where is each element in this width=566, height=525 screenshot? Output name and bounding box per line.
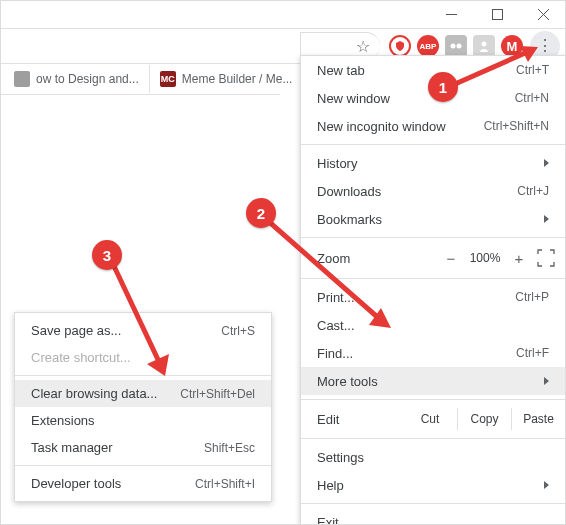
submenu-arrow-icon (544, 481, 549, 489)
menu-label: Exit (317, 515, 339, 526)
menu-downloads[interactable]: Downloads Ctrl+J (301, 177, 565, 205)
window-close-button[interactable] (520, 0, 566, 28)
menu-edit-row: Edit Cut Copy Paste (301, 404, 565, 434)
submenu-task-manager[interactable]: Task manager Shift+Esc (15, 434, 271, 461)
chrome-main-menu: New tab Ctrl+T New window Ctrl+N New inc… (300, 55, 566, 525)
submenu-arrow-icon (544, 215, 549, 223)
svg-point-4 (451, 44, 456, 49)
menu-shortcut: Ctrl+J (517, 184, 549, 198)
profile-initial: M (507, 39, 518, 54)
menu-print[interactable]: Print... Ctrl+P (301, 283, 565, 311)
menu-shortcut: Ctrl+F (516, 346, 549, 360)
submenu-extensions[interactable]: Extensions (15, 407, 271, 434)
svg-point-6 (482, 42, 487, 47)
menu-exit[interactable]: Exit (301, 508, 565, 525)
menu-label: Developer tools (31, 476, 121, 491)
menu-label: New tab (317, 63, 365, 78)
tab-strip: ow to Design and... MC Meme Builder / Me… (0, 64, 303, 94)
menu-shortcut: Ctrl+S (221, 324, 255, 338)
submenu-arrow-icon (544, 159, 549, 167)
menu-label: Find... (317, 346, 353, 361)
zoom-in-button[interactable]: + (507, 250, 531, 267)
window-minimize-button[interactable] (428, 0, 474, 28)
menu-label: Bookmarks (317, 212, 382, 227)
menu-zoom-row: Zoom − 100% + (301, 242, 565, 274)
menu-shortcut: Ctrl+Shift+Del (180, 387, 255, 401)
submenu-clear-browsing-data[interactable]: Clear browsing data... Ctrl+Shift+Del (15, 380, 271, 407)
menu-more-tools[interactable]: More tools (301, 367, 565, 395)
menu-find[interactable]: Find... Ctrl+F (301, 339, 565, 367)
profile-avatar[interactable]: M (501, 35, 523, 57)
favicon-icon (14, 71, 30, 87)
menu-separator (301, 144, 565, 145)
menu-label: History (317, 156, 357, 171)
menu-shortcut: Ctrl+Shift+I (195, 477, 255, 491)
extension-adblock-icon[interactable]: ABP (417, 35, 439, 57)
menu-shortcut: Shift+Esc (204, 441, 255, 455)
fullscreen-icon[interactable] (537, 249, 555, 267)
more-tools-submenu: Save page as... Ctrl+S Create shortcut..… (14, 312, 272, 502)
menu-label: Print... (317, 290, 355, 305)
menu-label: More tools (317, 374, 378, 389)
submenu-save-page[interactable]: Save page as... Ctrl+S (15, 317, 271, 344)
shield-icon (394, 40, 406, 52)
menu-label: Task manager (31, 440, 113, 455)
menu-label: New incognito window (317, 119, 446, 134)
browser-tab[interactable]: MC Meme Builder / Me... (150, 65, 304, 93)
menu-label: Edit (317, 412, 403, 427)
menu-label: Extensions (31, 413, 95, 428)
menu-separator (301, 503, 565, 504)
person-icon (478, 40, 490, 52)
menu-separator (301, 237, 565, 238)
extension-icon-b[interactable] (473, 35, 495, 57)
zoom-out-button[interactable]: − (439, 250, 463, 267)
tab-title: ow to Design and... (36, 72, 139, 86)
svg-rect-1 (492, 9, 502, 19)
tab-title: Meme Builder / Me... (182, 72, 293, 86)
kebab-icon: ⋮ (537, 38, 553, 54)
menu-incognito[interactable]: New incognito window Ctrl+Shift+N (301, 112, 565, 140)
menu-label: New window (317, 91, 390, 106)
edit-cut-button[interactable]: Cut (403, 408, 457, 430)
menu-separator (301, 399, 565, 400)
menu-shortcut: Ctrl+T (516, 63, 549, 77)
annotation-badge-3: 3 (92, 240, 122, 270)
extension-glyph-icon (449, 39, 463, 53)
edit-paste-button[interactable]: Paste (511, 408, 565, 430)
window-maximize-button[interactable] (474, 0, 520, 28)
extension-ublock-icon[interactable] (389, 35, 411, 57)
annotation-badge-2: 2 (246, 198, 276, 228)
menu-label: Help (317, 478, 344, 493)
annotation-badge-1: 1 (428, 72, 458, 102)
close-icon (538, 9, 549, 20)
extension-icon-a[interactable] (445, 35, 467, 57)
menu-history[interactable]: History (301, 149, 565, 177)
menu-help[interactable]: Help (301, 471, 565, 499)
favicon-icon: MC (160, 71, 176, 87)
menu-separator (301, 438, 565, 439)
bookmark-star-icon[interactable]: ☆ (356, 37, 370, 56)
divider (0, 94, 280, 95)
browser-tab[interactable]: ow to Design and... (4, 65, 150, 93)
menu-shortcut: Ctrl+N (515, 91, 549, 105)
menu-separator (301, 278, 565, 279)
menu-label: Clear browsing data... (31, 386, 157, 401)
maximize-icon (492, 9, 503, 20)
menu-settings[interactable]: Settings (301, 443, 565, 471)
menu-separator (15, 465, 271, 466)
extension-label: ABP (420, 42, 437, 51)
menu-bookmarks[interactable]: Bookmarks (301, 205, 565, 233)
submenu-developer-tools[interactable]: Developer tools Ctrl+Shift+I (15, 470, 271, 497)
menu-label: Create shortcut... (31, 350, 131, 365)
edit-copy-button[interactable]: Copy (457, 408, 511, 430)
menu-shortcut: Ctrl+P (515, 290, 549, 304)
menu-label: Cast... (317, 318, 355, 333)
menu-label: Settings (317, 450, 364, 465)
submenu-arrow-icon (544, 377, 549, 385)
menu-separator (15, 375, 271, 376)
menu-label: Downloads (317, 184, 381, 199)
menu-label: Zoom (317, 251, 439, 266)
minimize-icon (446, 9, 457, 20)
submenu-create-shortcut[interactable]: Create shortcut... (15, 344, 271, 371)
menu-cast[interactable]: Cast... (301, 311, 565, 339)
